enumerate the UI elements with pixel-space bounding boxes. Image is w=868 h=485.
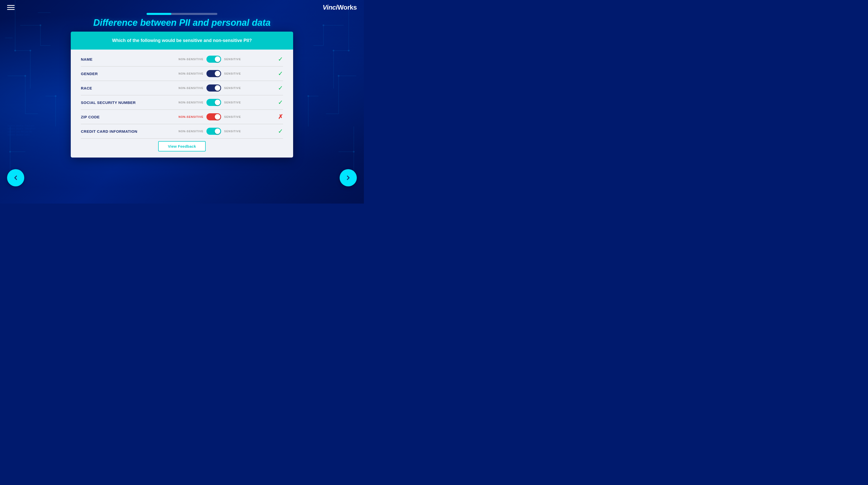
toggle-area-gender: NON-SENSITIVE SENSITIVE <box>152 70 268 77</box>
toggle-knob-cc <box>215 129 220 134</box>
result-cc: ✓ <box>268 128 283 135</box>
toggle-area-name: NON-SENSITIVE SENSITIVE <box>152 56 268 63</box>
table-row: SOCIAL SECURITY NUMBER NON-SENSITIVE SEN… <box>81 95 283 110</box>
prev-button[interactable] <box>7 169 24 187</box>
toggle-gender[interactable] <box>207 70 221 77</box>
svg-point-45 <box>262 30 264 31</box>
toggle-knob-zip <box>215 114 220 120</box>
page-title: Difference between PII and personal data <box>0 18 364 28</box>
toggle-race[interactable] <box>207 84 221 91</box>
toggle-knob-ssn <box>215 99 220 105</box>
toggle-ssn[interactable] <box>207 99 221 106</box>
non-sensitive-label-gender: NON-SENSITIVE <box>178 72 204 75</box>
svg-text:extern double TakesProf: extern double TakesProf <box>7 128 36 130</box>
svg-text:extern double fracLess: extern double fracLess <box>7 125 34 127</box>
result-ssn: ✓ <box>268 99 283 106</box>
result-name: ✓ <box>268 56 283 63</box>
svg-point-39 <box>308 95 309 97</box>
progress-bar-track <box>147 13 217 15</box>
toggle-knob-gender <box>215 71 220 76</box>
view-feedback-button[interactable]: View Feedback <box>158 141 206 151</box>
svg-point-16 <box>30 50 31 51</box>
result-zip: ✗ <box>268 113 283 120</box>
sensitive-label-zip: SENSITIVE <box>224 115 241 118</box>
svg-point-35 <box>333 50 334 51</box>
toggle-name[interactable] <box>207 56 221 63</box>
card-question: Which of the following would be sensitiv… <box>86 37 278 44</box>
svg-point-44 <box>100 30 102 31</box>
logo-vinci: Vinci <box>323 3 338 11</box>
pii-label-ssn: SOCIAL SECURITY NUMBER <box>81 101 152 105</box>
toggle-area-ssn: NON-SENSITIVE SENSITIVE <box>152 99 268 106</box>
header: VinciWorks <box>0 0 364 11</box>
main-card: Which of the following would be sensitiv… <box>71 32 293 158</box>
non-sensitive-label-cc: NON-SENSITIVE <box>178 130 204 133</box>
view-feedback-container: View Feedback <box>81 141 283 151</box>
progress-bar-container <box>0 13 364 15</box>
svg-point-37 <box>338 75 339 77</box>
next-button[interactable] <box>340 169 357 187</box>
toggle-area-zip: NON-SENSITIVE SENSITIVE <box>152 113 268 120</box>
toggle-cc[interactable] <box>207 128 221 135</box>
pii-label-race: RACE <box>81 86 152 90</box>
svg-point-15 <box>14 50 16 51</box>
svg-text:extern double Lots: extern double Lots <box>7 134 30 136</box>
sensitive-label-race: SENSITIVE <box>224 86 241 89</box>
table-row: GENDER NON-SENSITIVE SENSITIVE ✓ <box>81 66 283 81</box>
toggle-knob-race <box>215 85 220 91</box>
svg-text:extern int Period_Me: extern int Period_Me <box>7 131 32 133</box>
svg-point-19 <box>9 151 11 152</box>
svg-point-38 <box>353 151 354 152</box>
toggle-area-cc: NON-SENSITIVE SENSITIVE <box>152 128 268 135</box>
logo: VinciWorks <box>323 3 357 11</box>
svg-point-34 <box>348 50 349 51</box>
table-row: RACE NON-SENSITIVE SENSITIVE ✓ <box>81 81 283 95</box>
toggle-area-race: NON-SENSITIVE SENSITIVE <box>152 84 268 91</box>
toggle-zip[interactable] <box>207 113 221 120</box>
card-header: Which of the following would be sensitiv… <box>71 32 293 50</box>
svg-point-20 <box>55 95 56 97</box>
progress-bar-fill <box>147 13 171 15</box>
svg-point-18 <box>25 75 26 77</box>
sensitive-label-name: SENSITIVE <box>224 58 241 61</box>
logo-works: Works <box>338 3 357 11</box>
hamburger-menu[interactable] <box>7 5 14 10</box>
table-row: NAME NON-SENSITIVE SENSITIVE ✓ <box>81 52 283 66</box>
non-sensitive-label-name: NON-SENSITIVE <box>178 58 204 61</box>
card-body: NAME NON-SENSITIVE SENSITIVE ✓ GENDER NO… <box>71 50 293 158</box>
sensitive-label-ssn: SENSITIVE <box>224 101 241 104</box>
result-race: ✓ <box>268 84 283 91</box>
sensitive-label-gender: SENSITIVE <box>224 72 241 75</box>
non-sensitive-label-race: NON-SENSITIVE <box>178 86 204 89</box>
toggle-knob-name <box>215 56 220 62</box>
pii-label-cc: CREDIT CARD INFORMATION <box>81 129 152 134</box>
result-gender: ✓ <box>268 70 283 77</box>
non-sensitive-label-zip: NON-SENSITIVE <box>178 115 204 118</box>
pii-label-zip: ZIP CODE <box>81 115 152 119</box>
pii-label-gender: GENDER <box>81 72 152 76</box>
table-row: ZIP CODE NON-SENSITIVE SENSITIVE ✗ <box>81 110 283 124</box>
pii-label-name: NAME <box>81 57 152 61</box>
table-row: CREDIT CARD INFORMATION NON-SENSITIVE SE… <box>81 124 283 139</box>
sensitive-label-cc: SENSITIVE <box>224 130 241 133</box>
non-sensitive-label-ssn: NON-SENSITIVE <box>178 101 204 104</box>
